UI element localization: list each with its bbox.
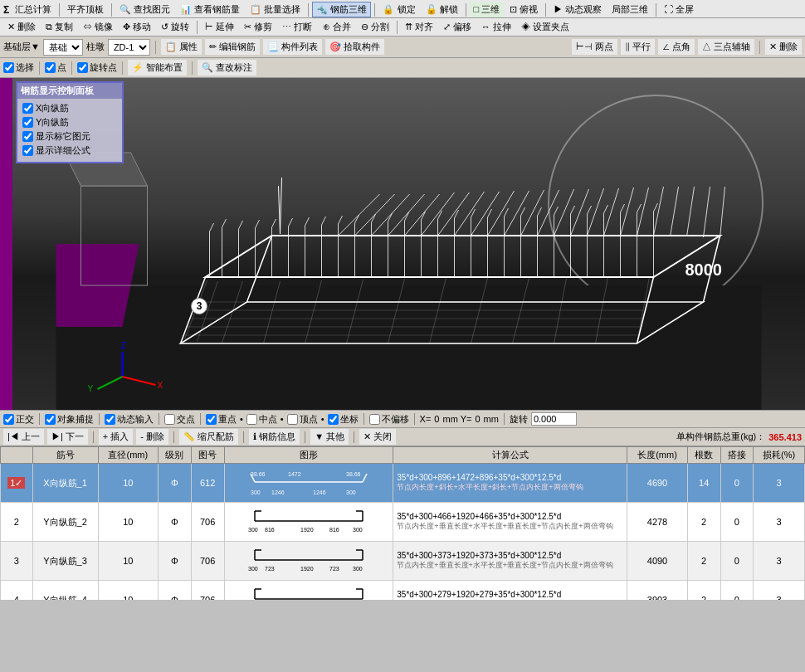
btn-mirror[interactable]: ⇔ 镜像 — [79, 19, 117, 35]
total-label: 单构件钢筋总重(kg)： — [676, 431, 765, 443]
btn-next[interactable]: ▶| 下一 — [47, 429, 88, 445]
btn-top-view[interactable]: ⊡ 俯视 — [505, 2, 542, 17]
btn-extend[interactable]: ⊢ 延伸 — [201, 19, 238, 35]
cb-orthogonal[interactable]: 正交 — [3, 413, 34, 426]
rotate-point-checkbox[interactable] — [77, 62, 88, 73]
btn-stretch[interactable]: ↔ 拉伸 — [477, 19, 515, 35]
cp-item-2[interactable]: Y向纵筋 — [22, 116, 117, 129]
svg-line-107 — [704, 187, 710, 237]
btn-set-grip[interactable]: ◈ 设置夹点 — [517, 19, 573, 35]
btn-flush-top[interactable]: 平齐顶板 — [63, 2, 108, 17]
btn-3d[interactable]: □ 三维 — [470, 2, 505, 17]
table-row[interactable]: 2 Y向纵筋_2 10 Φ 706 300 816 1920 816 300 3… — [1, 503, 805, 542]
cb-point[interactable]: 点 — [45, 61, 66, 74]
cp-checkbox-x[interactable] — [22, 103, 33, 114]
btn-split[interactable]: ⊖ 分割 — [357, 19, 393, 35]
btn-dynamic-observe[interactable]: ▶ 动态观察 — [549, 2, 606, 17]
btn-insert[interactable]: + 插入 — [99, 429, 133, 445]
sigma-icon: Σ — [3, 4, 9, 16]
btn-find-element[interactable]: 🔍 查找图元 — [115, 2, 174, 17]
btn-property[interactable]: 📋 属性 — [161, 39, 202, 55]
cell-count: 2 — [687, 503, 720, 542]
cb-select[interactable]: 选择 — [3, 61, 34, 74]
btn-check-annotation[interactable]: 🔍 查改标注 — [198, 60, 256, 75]
cp-checkbox-show-other[interactable] — [22, 131, 33, 142]
btn-smart-layout[interactable]: ⚡ 智能布置 — [128, 60, 187, 75]
btn-two-point[interactable]: ⊢⊣ 两点 — [572, 39, 617, 55]
cell-diameter: 10 — [98, 581, 159, 601]
btn-local-3d[interactable]: 局部三维 — [607, 2, 652, 17]
cb-dynamic-input[interactable]: 动态输入 — [105, 413, 154, 426]
no-offset-checkbox[interactable] — [369, 414, 380, 425]
cb-midpoint[interactable]: 重点 — [206, 413, 237, 426]
btn-offset[interactable]: ⤢ 偏移 — [439, 19, 476, 35]
table-row[interactable]: 1✓ X向纵筋_1 10 Φ 612 300 1246 1246 300 147… — [1, 464, 805, 503]
cb-center[interactable]: 中点 — [246, 413, 277, 426]
cb-coord[interactable]: 坐标 — [328, 413, 359, 426]
btn-delete[interactable]: ✕ 删除 — [3, 19, 40, 35]
cp-item-3[interactable]: 显示标它图元 — [22, 130, 117, 143]
cp-checkbox-y[interactable] — [22, 117, 33, 128]
cb-vertex[interactable]: 顶点 — [287, 413, 318, 426]
cb-no-offset[interactable]: 不偏移 — [369, 413, 409, 426]
btn-edit-rebar[interactable]: ✏ 编辑钢筋 — [205, 39, 260, 55]
cell-overlap: 0 — [720, 542, 754, 581]
viewport-3d[interactable]: 钢筋显示控制面板 X向纵筋 Y向纵筋 显示标它图元 显示详细公式 8000 — [12, 78, 805, 410]
svg-line-58 — [222, 219, 227, 227]
th-diagram: 图形 — [224, 447, 393, 464]
cb-object-snap[interactable]: 对象捕捉 — [45, 413, 94, 426]
btn-rotate[interactable]: ↺ 旋转 — [157, 19, 193, 35]
btn-rebar-3d[interactable]: 🔩 钢筋三维 — [312, 2, 371, 17]
dynamic-input-checkbox[interactable] — [105, 414, 115, 425]
cp-item-1[interactable]: X向纵筋 — [22, 102, 117, 114]
btn-prev[interactable]: |◀ 上一 — [3, 429, 44, 445]
component-select[interactable]: ZD-1 — [108, 39, 150, 56]
center-checkbox[interactable] — [246, 414, 257, 425]
cp-item-4[interactable]: 显示详细公式 — [22, 144, 117, 157]
btn-copy[interactable]: ⧉ 复制 — [41, 19, 77, 35]
object-snap-checkbox[interactable] — [45, 414, 56, 425]
cp-checkbox-show-formula[interactable] — [22, 145, 33, 156]
btn-move[interactable]: ✥ 移动 — [119, 19, 155, 35]
btn-delete-axis[interactable]: ✕ 删除 — [765, 39, 802, 55]
btn-view-rebar[interactable]: 📊 查看钢筋量 — [176, 2, 244, 17]
toolbar-3: 基础层▼ 基础 柱墩 ZD-1 📋 属性 ✏ 编辑钢筋 📃 构件列表 🎯 拾取构… — [0, 37, 805, 58]
btn-component-list[interactable]: 📃 构件列表 — [263, 39, 322, 55]
btn-summary[interactable]: 汇总计算 — [11, 2, 56, 17]
orthogonal-checkbox[interactable] — [3, 414, 14, 425]
vertex-checkbox[interactable] — [287, 414, 298, 425]
rebar-table-container[interactable]: 筋号 直径(mm) 级别 图号 图形 计算公式 长度(mm) 根数 搭接 损耗(… — [0, 446, 805, 600]
btn-three-point-axis[interactable]: △ 三点辅轴 — [698, 39, 754, 55]
btn-lock[interactable]: 🔒 锁定 — [378, 2, 419, 17]
control-panel-title: 钢筋显示控制面板 — [17, 83, 122, 99]
layer-select[interactable]: 基础 — [43, 39, 83, 56]
btn-parallel[interactable]: ∥ 平行 — [621, 39, 655, 55]
point-checkbox[interactable] — [45, 62, 56, 73]
btn-unlock[interactable]: 🔓 解锁 — [422, 2, 462, 17]
btn-close[interactable]: ✕ 关闭 — [359, 429, 396, 445]
btn-point-angle[interactable]: ∠ 点角 — [658, 39, 695, 55]
btn-fullscreen[interactable]: ⛶ 全屏 — [660, 2, 698, 17]
btn-merge[interactable]: ⊕ 合并 — [319, 19, 355, 35]
separator — [308, 3, 309, 17]
btn-align[interactable]: ⇈ 对齐 — [401, 19, 437, 35]
btn-delete-row[interactable]: - 删除 — [136, 429, 168, 445]
cb-intersection[interactable]: 交点 — [164, 413, 195, 426]
btn-batch-select[interactable]: 📋 批量选择 — [246, 2, 305, 17]
btn-break[interactable]: ⋯ 打断 — [278, 19, 316, 35]
btn-trim[interactable]: ✂ 修剪 — [240, 19, 276, 35]
coord-checkbox[interactable] — [328, 414, 339, 425]
btn-rebar-info[interactable]: ℹ 钢筋信息 — [249, 429, 300, 445]
select-checkbox[interactable] — [3, 62, 14, 73]
btn-pick-component[interactable]: 🎯 拾取构件 — [325, 39, 384, 55]
intersection-checkbox[interactable] — [164, 414, 175, 425]
cb-rotate-point[interactable]: 旋转点 — [77, 61, 117, 74]
y-value: 0 — [475, 414, 480, 424]
btn-other[interactable]: ▼ 其他 — [310, 429, 349, 445]
cell-count: 2 — [687, 542, 720, 581]
table-row[interactable]: 4 Y向纵筋_4 10 Φ 706 300 629 1920 629 300 3… — [1, 581, 805, 601]
table-row[interactable]: 3 Y向纵筋_3 10 Φ 706 300 723 1920 723 300 3… — [1, 542, 805, 581]
rotate-input[interactable] — [531, 412, 577, 426]
midpoint-checkbox[interactable] — [206, 414, 217, 425]
btn-scale-rebar[interactable]: 📏 缩尺配筋 — [179, 429, 238, 445]
